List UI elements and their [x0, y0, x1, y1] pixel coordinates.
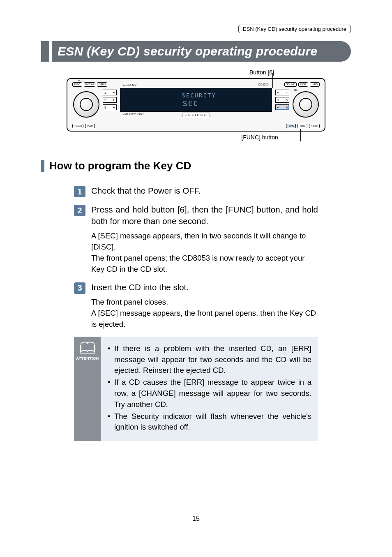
- preset-4-button: ◂4: [275, 90, 289, 95]
- preset-3-button: 3▸: [103, 104, 117, 110]
- disp-button: DISP: [298, 82, 308, 87]
- open-button: OPEN: [97, 82, 107, 87]
- eclipse-logo: ECLIPSE: [182, 113, 210, 117]
- callout-button-6: Button [6]: [41, 69, 351, 76]
- preset-right-column: ◂4 ◂5 ◂6: [275, 90, 289, 110]
- step-number-badge: 3: [74, 282, 85, 294]
- step-2: 2 Press and hold button [6], then the [F…: [74, 204, 318, 275]
- attention-sidebar: ATTENTION: [74, 337, 101, 441]
- brand-label: E-iSERV: [123, 83, 136, 87]
- attention-item: The Security indicator will flash whenev…: [108, 411, 311, 433]
- device-figure: Button [6] MUTE VOL ESN SEL RESET DISC E…: [41, 69, 351, 141]
- pwr-button: PWR: [85, 124, 95, 128]
- title-stub: [41, 41, 49, 62]
- preset-left-column: 1▸ 2▸ 3▸: [103, 90, 117, 110]
- step-3-desc: The front panel closes. A [SEC] message …: [91, 297, 318, 330]
- step-1-lead: Check that the Power is OFF.: [91, 185, 318, 196]
- attention-content: If there is a problem with the inserted …: [101, 337, 318, 441]
- section-accent-bar: [41, 160, 44, 172]
- callout-line-icon: [272, 73, 273, 88]
- top-left-button-row: DISC E-COM OPEN: [72, 82, 107, 87]
- car-stereo-illustration: MUTE VOL ESN SEL RESET DISC E-COM OPEN S…: [67, 78, 325, 132]
- model-label: CD8053: [258, 83, 269, 86]
- step-2-lead: Press and hold button [6], then the [FUN…: [91, 204, 318, 226]
- astr-button: A.STR: [309, 124, 320, 128]
- ecom-button: E-COM: [84, 82, 95, 87]
- preset-6-button: ◂6: [275, 104, 289, 110]
- func-button: FUNC: [286, 124, 296, 128]
- step-1: 1 Check that the Power is OFF.: [74, 185, 318, 197]
- preset-1-button: 1▸: [103, 90, 117, 95]
- step-3-lead: Insert the CD into the slot.: [91, 282, 318, 293]
- page-title-bar: ESN (Key CD) security operating procedur…: [41, 41, 351, 62]
- bottom-right-button-row: FUNC RTN A.STR: [286, 124, 320, 128]
- info-button: INFO: [310, 82, 320, 87]
- running-head: ESN (Key CD) security operating procedur…: [238, 25, 351, 33]
- right-knob-icon: [293, 91, 319, 118]
- lcd-line-2: SEC: [126, 100, 272, 107]
- preset-2-button: 2▸: [103, 97, 117, 103]
- step-3: 3 Insert the CD into the slot. The front…: [74, 282, 318, 330]
- rtn-button: RTN: [297, 124, 307, 128]
- left-knob-icon: [73, 91, 99, 118]
- step-2-desc: A [SEC] message appears, then in two sec…: [91, 231, 318, 275]
- sound-button: SOUND: [284, 82, 297, 87]
- disc-button: DISC: [72, 82, 82, 87]
- lcd-screen: SECURITY SEC: [120, 88, 272, 112]
- attention-item: If there is a problem with the inserted …: [108, 343, 311, 376]
- mute-label: MUTE: [78, 79, 84, 82]
- section-title: How to program the Key CD: [49, 159, 191, 172]
- callout-line-icon: [300, 129, 301, 141]
- callout-func-button: [FUNC] button: [41, 134, 351, 141]
- section-header: How to program the Key CD: [41, 159, 351, 175]
- attention-item: If a CD causes the [ERR] message to appe…: [108, 377, 311, 410]
- step-number-badge: 2: [74, 205, 85, 216]
- attention-label: ATTENTION: [76, 356, 99, 361]
- page-number: 15: [41, 515, 351, 522]
- page-title: ESN (Key CD) security operating procedur…: [52, 41, 351, 62]
- sel-label: SEL: [294, 89, 297, 91]
- fm-am-button: FM AM: [72, 124, 83, 128]
- attention-box: ATTENTION If there is a problem with the…: [74, 337, 318, 441]
- step-number-badge: 1: [74, 186, 85, 197]
- preset-5-button: ◂5: [275, 97, 289, 103]
- lcd-line-1: SECURITY: [126, 92, 272, 98]
- balance-label: BALANCE-OUT: [123, 113, 144, 116]
- open-book-icon: [79, 341, 96, 355]
- bottom-left-button-row: FM AM PWR: [72, 124, 95, 128]
- top-right-button-row: SOUND DISP INFO: [284, 82, 320, 87]
